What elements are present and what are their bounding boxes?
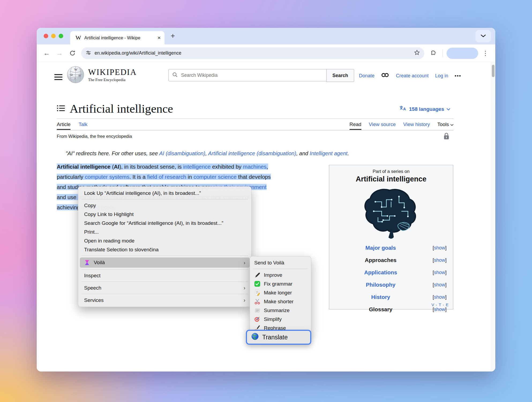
inline-text: "AI" redirects here. For other uses, see: [66, 150, 159, 156]
pen-icon: [254, 272, 262, 278]
more-options-icon[interactable]: •••: [455, 73, 461, 79]
sm-item-make-longer[interactable]: Make longer: [250, 288, 311, 297]
chevron-down-icon: [450, 124, 454, 126]
window-zoom-button[interactable]: [59, 34, 63, 38]
extensions-icon[interactable]: [428, 50, 439, 56]
menu-item-label: Improve: [264, 272, 282, 278]
title-divider: [57, 119, 454, 119]
languages-button[interactable]: A 158 languages: [399, 105, 450, 113]
sm-item-summarize[interactable]: Summarize: [250, 306, 311, 315]
sm-item-improve[interactable]: Improve: [250, 271, 311, 279]
inline-link[interactable]: Intelligent agent: [310, 150, 347, 156]
new-tab-button[interactable]: +: [171, 32, 175, 40]
scrollbar-track[interactable]: [491, 62, 495, 371]
cm-item-services[interactable]: Services›: [78, 296, 251, 305]
infobox-label[interactable]: History: [336, 294, 426, 300]
vte-link[interactable]: V: [432, 302, 434, 307]
infobox-row-applications: Applications[show]: [329, 266, 453, 279]
menu-item-label: Search Google for “Artificial intelligen…: [84, 220, 223, 226]
menu-item-label: Inspect: [84, 273, 100, 279]
create-account-link[interactable]: Create account: [396, 73, 429, 79]
menu-item-label: Copy: [84, 203, 96, 208]
show-toggle[interactable]: [show]: [426, 270, 447, 275]
cm-item-translate-selection-to-sloven-ina[interactable]: Translate Selection to slovenčina: [78, 245, 251, 254]
inline-text: in: [186, 174, 193, 180]
cm-item-look-up-artificial-intelligence-ai-in-its-broadest[interactable]: Look Up “Artificial intelligence (AI), i…: [78, 189, 251, 198]
address-bar[interactable]: en.wikipedia.org/wiki/Artificial_intelli…: [81, 47, 424, 59]
wikipedia-wordmark[interactable]: WIKIPEDIA The Free Encyclopedia: [88, 67, 137, 82]
tab-talk[interactable]: Talk: [78, 122, 87, 127]
menu-item-label: Speech: [84, 285, 101, 291]
show-toggle[interactable]: [show]: [426, 282, 447, 288]
show-toggle[interactable]: [show]: [426, 257, 447, 263]
show-toggle[interactable]: [show]: [426, 245, 447, 251]
main-menu-icon[interactable]: [54, 74, 62, 81]
infobox-label[interactable]: Philosophy: [336, 282, 426, 288]
window-minimize-button[interactable]: [51, 34, 56, 38]
cm-item-voil[interactable]: Voilà›: [80, 257, 250, 268]
sm-item-send-to-voil[interactable]: Send to Voilà: [250, 258, 311, 267]
browser-tab[interactable]: W Artificial intelligence - Wikipe ×: [70, 31, 164, 44]
cm-item-copy[interactable]: Copy: [78, 201, 251, 210]
inline-link[interactable]: computer science: [193, 174, 237, 180]
reload-button[interactable]: [67, 50, 78, 56]
desktop-background: W Artificial intelligence - Wikipe × + ←…: [0, 0, 532, 402]
tab-tools[interactable]: Tools: [437, 122, 454, 127]
cm-item-open-in-reading-mode[interactable]: Open in reading mode: [78, 236, 251, 245]
toc-list-icon[interactable]: [57, 105, 65, 113]
cm-item-print[interactable]: Print...: [78, 227, 251, 236]
inline-link[interactable]: AI (disambiguation): [159, 150, 205, 156]
menu-dots-icon[interactable]: ⋮: [480, 52, 491, 54]
site-settings-icon[interactable]: [85, 50, 91, 57]
menu-separator: [81, 199, 248, 199]
search-button[interactable]: Search: [326, 69, 354, 82]
ai-series-infobox: Part of a series on Artificial intellige…: [329, 165, 453, 309]
inline-link[interactable]: machines: [243, 164, 267, 170]
forward-button[interactable]: →: [54, 49, 65, 57]
tab-view-history[interactable]: View history: [403, 122, 430, 127]
tab-title: Artificial intelligence - Wikipe: [84, 35, 155, 40]
infinity-icon[interactable]: [381, 73, 389, 79]
profile-pill[interactable]: [447, 48, 478, 59]
tab-search-button[interactable]: [475, 30, 491, 42]
wikipedia-favicon: W: [76, 34, 81, 41]
page-content: W Ω И 7 WIKIPEDIA The Free Encyclopedia …: [37, 62, 495, 371]
translate-menu-item[interactable]: Translate: [246, 330, 311, 345]
inline-link[interactable]: Artificial intelligence (disambiguation): [208, 150, 296, 156]
sm-item-simplify[interactable]: Simplify: [250, 315, 311, 324]
scrollbar-thumb[interactable]: [492, 65, 494, 77]
sm-item-make-shorter[interactable]: Make shorter: [250, 297, 311, 306]
search-input[interactable]: [181, 72, 323, 78]
inline-link[interactable]: computer systems: [85, 174, 129, 180]
wikipedia-globe-logo[interactable]: W Ω И 7: [67, 66, 84, 85]
inline-link[interactable]: field of research: [147, 174, 186, 180]
document-icon: [254, 307, 262, 313]
show-toggle[interactable]: [show]: [426, 294, 447, 300]
window-close-button[interactable]: [44, 34, 48, 38]
infobox-label[interactable]: Applications: [336, 269, 426, 276]
protection-lock-icon[interactable]: [443, 132, 450, 141]
sm-item-fix-grammar[interactable]: Fix grammar: [250, 279, 311, 288]
infobox-label[interactable]: Major goals: [336, 245, 426, 251]
tab-close-icon[interactable]: ×: [158, 35, 161, 41]
url-text[interactable]: en.wikipedia.org/wiki/Artificial_intelli…: [95, 50, 411, 56]
vte-link[interactable]: E: [446, 302, 449, 307]
tab-read[interactable]: Read: [350, 122, 361, 127]
tabs-divider: [57, 130, 454, 130]
cm-item-speech[interactable]: Speech›: [78, 283, 251, 292]
scissors-icon: [254, 298, 262, 305]
tab-view-source[interactable]: View source: [369, 122, 396, 127]
tab-article[interactable]: Article: [57, 122, 70, 127]
inline-link[interactable]: intelligence: [183, 164, 211, 170]
show-toggle[interactable]: [show]: [426, 307, 447, 312]
menu-item-label: Copy Link to Highlight: [84, 211, 134, 217]
bookmark-star-icon[interactable]: [414, 50, 420, 57]
log-in-link[interactable]: Log in: [435, 73, 448, 79]
donate-link[interactable]: Donate: [359, 73, 374, 79]
vte-link[interactable]: T: [439, 302, 441, 307]
search-input-box[interactable]: [168, 69, 327, 81]
cm-item-inspect[interactable]: Inspect: [78, 271, 251, 280]
cm-item-copy-link-to-highlight[interactable]: Copy Link to Highlight: [78, 210, 251, 219]
cm-item-search-google-for-artificial-intelligence-ai-in-its-broadest[interactable]: Search Google for “Artificial intelligen…: [78, 219, 251, 227]
back-button[interactable]: ←: [41, 49, 52, 57]
